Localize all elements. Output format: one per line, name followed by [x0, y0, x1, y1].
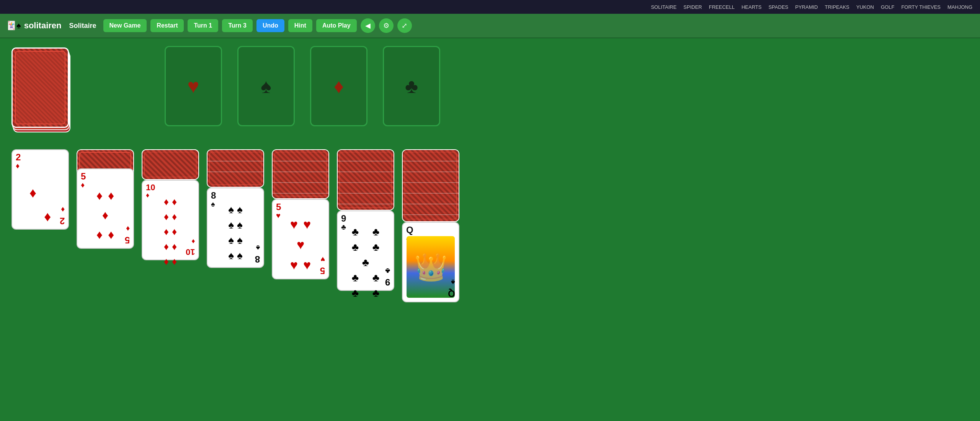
nav-link-forty-thieves[interactable]: FORTY THIEVES [901, 4, 941, 10]
face-card-col3[interactable]: 10 ♦ ♦♦ ♦♦ ♦♦ ♦♦ ♦♦ 10♦ [142, 180, 199, 260]
clubs-suit-icon: ♣ [405, 75, 418, 98]
game-area: ♥ ♠ ♦ ♣ 2 ♦ ♦ ♦ [0, 38, 980, 421]
face-card-col2[interactable]: 5 ♦ ♦ ♦ ♦ ♦ ♦ 5♦ [77, 168, 134, 249]
face-down-col7-stack [402, 149, 459, 222]
hearts-suit-icon: ♥ [188, 75, 199, 98]
face-down-col3-stack [142, 149, 199, 180]
foundation-clubs[interactable]: ♣ [383, 46, 440, 126]
foundation-hearts[interactable]: ♥ [165, 46, 222, 126]
undo-button[interactable]: Undo [256, 19, 284, 32]
nav-link-mahjong[interactable]: MAHJONG [947, 4, 972, 10]
stock-card-top[interactable] [11, 47, 69, 128]
tableau-col-4[interactable]: 8 ♠ ♠♠ ♠♠ ♠♠ ♠♠ 8♠ [207, 149, 264, 360]
header-bar: 🃏♠ solitairen Solitaire New Game Restart… [0, 14, 980, 38]
tableau-col-3[interactable]: 10 ♦ ♦♦ ♦♦ ♦♦ ♦♦ ♦♦ 10♦ [142, 149, 199, 341]
logo-area: 🃏♠ solitairen [6, 21, 62, 31]
tableau-col-6[interactable]: 9 ♣ ♣♣ ♣♣ ♣ ♣♣ ♣♣ 9♣ [337, 149, 394, 387]
diamonds-suit-icon: ♦ [334, 75, 344, 98]
new-game-button[interactable]: New Game [103, 19, 147, 32]
nav-link-spades[interactable]: SPADES [768, 4, 788, 10]
tableau-col-1[interactable]: 2 ♦ ♦ ♦ 2♦ [11, 149, 69, 302]
nav-link-pyramid[interactable]: PYRAMID [795, 4, 818, 10]
face-down-col4-stack [207, 149, 264, 188]
foundation-spades[interactable]: ♠ [237, 46, 295, 126]
nav-link-solitaire[interactable]: SOLITAIRE [651, 4, 676, 10]
top-navigation: SOLITAIRESPIDERFREECELLHEARTSSPADESPYRAM… [0, 0, 980, 14]
face-down-col6-stack [337, 149, 394, 210]
face-card-col5[interactable]: 5 ♥ ♥ ♥ ♥ ♥ ♥ 5♥ [272, 199, 329, 279]
stock-pile[interactable] [11, 46, 73, 138]
nav-link-yukon[interactable]: YUKON [856, 4, 874, 10]
settings-button[interactable]: ⚙ [379, 18, 394, 33]
top-row: ♥ ♠ ♦ ♣ [11, 46, 969, 138]
face-card-col6[interactable]: 9 ♣ ♣♣ ♣♣ ♣ ♣♣ ♣♣ 9♣ [337, 210, 394, 291]
hint-button[interactable]: Hint [288, 19, 312, 32]
face-card-col7[interactable]: Q ♠ 👑 Q♠ [402, 222, 459, 302]
tableau-col-2[interactable]: 5 ♦ ♦ ♦ ♦ ♦ ♦ 5♦ [77, 149, 134, 321]
restart-button[interactable]: Restart [150, 19, 184, 32]
spades-suit-icon: ♠ [261, 75, 271, 98]
turn1-button[interactable]: Turn 1 [188, 19, 218, 32]
logo-icon: 🃏♠ [6, 21, 21, 31]
sound-button[interactable]: ◀ [361, 18, 375, 33]
tableau-col-7[interactable]: Q ♠ 👑 Q♠ [402, 149, 459, 402]
turn3-button[interactable]: Turn 3 [222, 19, 253, 32]
tableau: 2 ♦ ♦ ♦ 2♦ [11, 149, 969, 402]
tableau-col-5[interactable]: 5 ♥ ♥ ♥ ♥ ♥ ♥ 5♥ [272, 149, 329, 371]
nav-link-tripeaks[interactable]: TRIPEAKS [825, 4, 849, 10]
foundation-diamonds[interactable]: ♦ [310, 46, 368, 126]
fullscreen-button[interactable]: ⤢ [397, 18, 412, 33]
game-title: Solitaire [69, 22, 96, 30]
nav-link-spider[interactable]: SPIDER [683, 4, 702, 10]
logo-text: solitairen [24, 21, 62, 31]
face-card-col1[interactable]: 2 ♦ ♦ ♦ 2♦ [11, 149, 69, 230]
nav-link-hearts[interactable]: HEARTS [742, 4, 762, 10]
nav-link-freecell[interactable]: FREECELL [709, 4, 735, 10]
face-card-col4[interactable]: 8 ♠ ♠♠ ♠♠ ♠♠ ♠♠ 8♠ [207, 188, 264, 268]
nav-link-golf[interactable]: GOLF [881, 4, 894, 10]
auto-play-button[interactable]: Auto Play [316, 19, 357, 32]
face-down-col5-stack [272, 149, 329, 199]
